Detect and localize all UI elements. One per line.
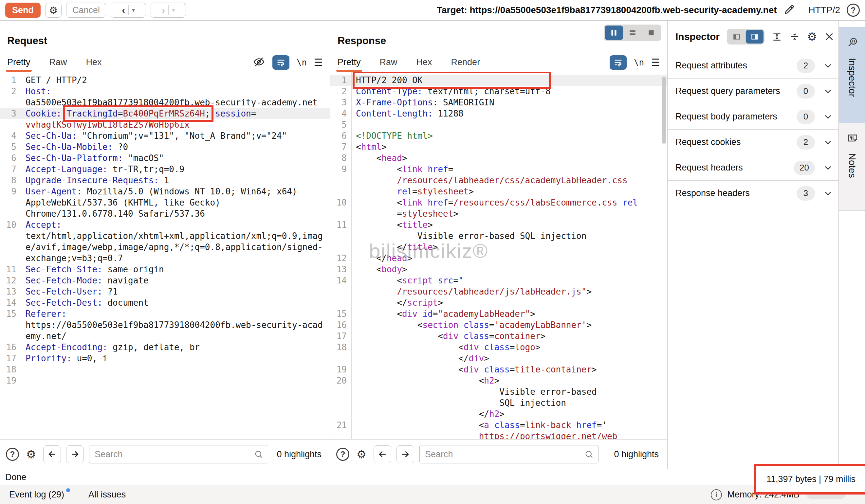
edit-target-button[interactable] [783, 3, 795, 17]
tab-raw[interactable]: Raw [49, 53, 67, 72]
code-line[interactable]: 4Content-Length: 11288 [330, 108, 667, 119]
code-line[interactable]: text/html,application/xhtml+xml,applicat… [0, 231, 330, 242]
back-dropdown-icon[interactable]: ▾ [129, 7, 138, 14]
request-search-input[interactable] [89, 445, 268, 464]
request-editor[interactable]: 1GET / HTTP/22Host:0a5500e503e1f9ba81773… [0, 72, 330, 439]
code-line[interactable]: rel=stylesheet> [330, 186, 667, 197]
event-log-button[interactable]: Event log (29) [9, 490, 64, 500]
code-line[interactable]: 19 [0, 375, 330, 386]
send-button[interactable]: Send [5, 3, 41, 18]
code-line[interactable]: 4Sec-Ch-Ua: "Chromium";v="131", "Not_A B… [0, 130, 330, 141]
show-newlines-button[interactable]: \n [297, 58, 307, 68]
search-settings-icon[interactable]: ⚙ [24, 448, 38, 461]
code-line[interactable]: https://0a5500e503e1f9ba81773918004200fb… [0, 319, 330, 330]
code-line[interactable]: 8 <head> [330, 153, 667, 164]
tab-hex[interactable]: Hex [86, 53, 102, 72]
inspector-section-request-attributes[interactable]: Request attributes2 [668, 53, 839, 79]
layout-columns-button[interactable] [605, 25, 623, 40]
tab-raw[interactable]: Raw [380, 53, 397, 72]
show-newlines-button[interactable]: \n [634, 58, 644, 68]
send-settings-button[interactable]: ⚙ [45, 3, 61, 18]
side-tab-inspector[interactable]: Inspector [839, 27, 865, 123]
code-line[interactable]: Chrome/131.0.6778.140 Safari/537.36 [0, 208, 330, 219]
expand-all-button[interactable] [772, 32, 782, 42]
section-chevron[interactable] [823, 87, 833, 96]
help-icon[interactable]: ? [847, 3, 860, 17]
code-line[interactable]: 3X-Frame-Options: SAMEORIGIN [330, 97, 667, 108]
search-prev-button[interactable] [43, 445, 61, 463]
tab-hex[interactable]: Hex [416, 53, 432, 72]
code-line[interactable]: 15 <div id="academyLabHeader"> [330, 308, 667, 319]
code-line[interactable]: 6<!DOCTYPE html> [330, 130, 667, 141]
code-line[interactable]: 21 <a class=link-back href=' [330, 420, 667, 431]
inspector-settings-button[interactable]: ⚙ [807, 30, 817, 43]
editor-menu-icon[interactable]: ☰ [314, 57, 323, 68]
section-chevron[interactable] [823, 163, 833, 173]
search-settings-icon[interactable]: ⚙ [355, 448, 368, 461]
code-line[interactable]: 8Upgrade-Insecure-Requests: 1 [0, 175, 330, 186]
code-line[interactable]: https://portswigger.net/web [330, 431, 667, 439]
code-line[interactable]: /resources/labheader/css/academyLabHeade… [330, 175, 667, 186]
code-line[interactable]: 3Cookie: TrackingId=Bc400PqErMRSz64H; se… [0, 108, 330, 119]
code-line[interactable]: Visible error-based [330, 386, 667, 397]
code-line[interactable]: 5Sec-Ch-Ua-Mobile: ?0 [0, 141, 330, 153]
inspector-section-request-query-parameters[interactable]: Request query parameters0 [668, 79, 839, 104]
dock-left-button[interactable] [728, 30, 746, 44]
code-line[interactable]: exchange;v=b3;q=0.7 [0, 253, 330, 264]
code-line[interactable]: 2Host: [0, 86, 330, 97]
code-line[interactable]: 11Sec-Fetch-Site: same-origin [0, 264, 330, 275]
section-chevron[interactable] [823, 61, 833, 70]
editor-menu-icon[interactable]: ☰ [651, 57, 660, 68]
code-line[interactable]: 7<html> [330, 141, 667, 153]
inspector-section-request-headers[interactable]: Request headers20 [668, 155, 839, 181]
code-line[interactable]: 11 <title> [330, 219, 667, 231]
scrollbar-thumb[interactable] [662, 77, 666, 144]
response-search-input[interactable] [419, 445, 599, 464]
info-icon[interactable]: i [711, 489, 722, 501]
search-next-button[interactable] [396, 445, 414, 463]
layout-rows-button[interactable] [623, 25, 642, 40]
code-line[interactable]: </div> [330, 353, 667, 364]
code-line[interactable]: 7Accept-Language: tr-TR,tr;q=0.9 [0, 164, 330, 175]
code-line[interactable]: </title> [330, 242, 667, 253]
code-line[interactable]: 18 [0, 364, 330, 375]
code-line[interactable]: </script> [330, 297, 667, 308]
code-line[interactable]: 10Accept: [0, 219, 330, 231]
cancel-button[interactable]: Cancel [66, 3, 106, 18]
code-line[interactable]: 16 <section class='academyLabBanner'> [330, 319, 667, 330]
code-line[interactable]: 1GET / HTTP/2 [0, 74, 330, 86]
tab-render[interactable]: Render [451, 53, 480, 72]
code-line[interactable]: Visible error-based SQL injection [330, 231, 667, 242]
hide-nonprintable-button[interactable] [253, 56, 265, 69]
search-help-icon[interactable]: ? [6, 448, 19, 461]
code-line[interactable]: 16Accept-Encoding: gzip, deflate, br [0, 342, 330, 353]
side-tab-notes[interactable]: Notes [839, 123, 865, 211]
section-chevron[interactable] [823, 189, 833, 198]
search-help-icon[interactable]: ? [336, 448, 349, 461]
dock-right-button[interactable] [746, 30, 763, 44]
collapse-all-button[interactable] [789, 32, 800, 42]
code-line[interactable]: SQL injection [330, 397, 667, 408]
history-forward-button[interactable]: › ▾ [151, 3, 186, 18]
code-line[interactable]: 9 <link href= [330, 164, 667, 175]
code-line[interactable]: 17Priority: u=0, i [0, 353, 330, 364]
code-line[interactable]: 13 <body> [330, 264, 667, 275]
code-line[interactable]: 5 [330, 119, 667, 130]
word-wrap-button[interactable] [273, 55, 289, 70]
code-line[interactable]: 9User-Agent: Mozilla/5.0 (Windows NT 10.… [0, 186, 330, 197]
code-line[interactable]: 15Referer: [0, 308, 330, 319]
code-line[interactable]: =stylesheet> [330, 208, 667, 219]
history-back-button[interactable]: ‹ ▾ [111, 3, 146, 18]
code-line[interactable]: 18 <div class=logo> [330, 342, 667, 353]
code-line[interactable]: e/avif,image/webp,image/apng,*/*;q=0.8,a… [0, 242, 330, 253]
word-wrap-button[interactable] [610, 55, 627, 70]
layout-single-button[interactable] [642, 25, 660, 40]
code-line[interactable]: 12 </head> [330, 253, 667, 264]
tab-pretty[interactable]: Pretty [337, 53, 361, 72]
code-line[interactable]: AppleWebKit/537.36 (KHTML, like Gecko) [0, 197, 330, 208]
inspector-section-response-headers[interactable]: Response headers3 [668, 181, 839, 206]
code-line[interactable]: 12Sec-Fetch-Mode: navigate [0, 275, 330, 286]
code-line[interactable]: 2Content-Type: text/html; charset=utf-8 [330, 86, 667, 97]
inspector-close-button[interactable] [824, 32, 834, 42]
inspector-section-request-body-parameters[interactable]: Request body parameters0 [668, 104, 839, 130]
